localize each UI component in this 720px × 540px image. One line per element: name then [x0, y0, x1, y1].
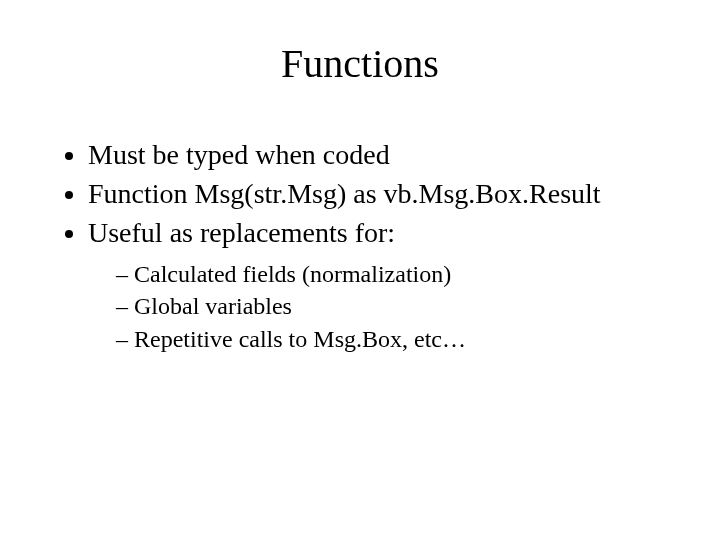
sub-bullet-item: Global variables [116, 290, 670, 322]
sub-bullet-text: Repetitive calls to Msg.Box, etc… [134, 326, 466, 352]
sub-bullet-text: Calculated fields (normalization) [134, 261, 451, 287]
bullet-item: Must be typed when coded [88, 137, 670, 172]
sub-bullet-text: Global variables [134, 293, 292, 319]
bullet-text: Useful as replacements for: [88, 217, 395, 248]
sub-bullet-item: Repetitive calls to Msg.Box, etc… [116, 323, 670, 355]
bullet-text: Must be typed when coded [88, 139, 390, 170]
sub-bullet-list: Calculated fields (normalization) Global… [88, 258, 670, 355]
bullet-item: Useful as replacements for: Calculated f… [88, 215, 670, 355]
sub-bullet-item: Calculated fields (normalization) [116, 258, 670, 290]
slide: Functions Must be typed when coded Funct… [0, 0, 720, 540]
bullet-list: Must be typed when coded Function Msg(st… [50, 137, 670, 355]
bullet-text: Function Msg(str.Msg) as vb.Msg.Box.Resu… [88, 178, 601, 209]
slide-title: Functions [50, 40, 670, 87]
bullet-item: Function Msg(str.Msg) as vb.Msg.Box.Resu… [88, 176, 670, 211]
